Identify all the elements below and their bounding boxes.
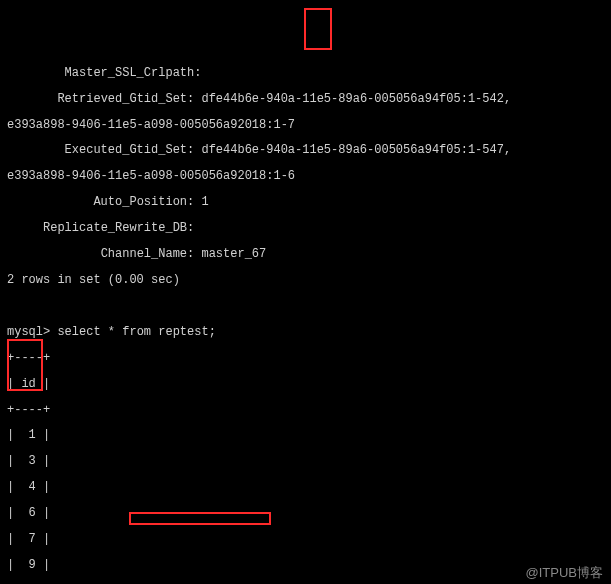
table-row: | 6 | <box>7 507 611 520</box>
status-line: e393a898-9406-11e5-a098-005056a92018:1-6 <box>7 170 611 183</box>
table-border: +----+ <box>7 404 611 417</box>
status-line: Retrieved_Gtid_Set: dfe44b6e-940a-11e5-8… <box>7 93 611 106</box>
table-border: +----+ <box>7 352 611 365</box>
status-line: Master_SSL_Crlpath: <box>7 67 611 80</box>
table-row: | 3 | <box>7 455 611 468</box>
table-row: | 9 | <box>7 559 611 572</box>
table-header: | id | <box>7 378 611 391</box>
status-line: Executed_Gtid_Set: dfe44b6e-940a-11e5-89… <box>7 144 611 157</box>
status-line: Channel_Name: master_67 <box>7 248 611 261</box>
result-line: 2 rows in set (0.00 sec) <box>7 274 611 287</box>
highlight-box <box>304 8 332 50</box>
table-row: | 1 | <box>7 429 611 442</box>
status-line: Auto_Position: 1 <box>7 196 611 209</box>
status-line: Replicate_Rewrite_DB: <box>7 222 611 235</box>
table-row: | 4 | <box>7 481 611 494</box>
sql-query: mysql> select * from reptest; <box>7 326 611 339</box>
status-line: e393a898-9406-11e5-a098-005056a92018:1-7 <box>7 119 611 132</box>
table-row: | 7 | <box>7 533 611 546</box>
watermark: @ITPUB博客 <box>526 566 603 580</box>
terminal-output: Master_SSL_Crlpath: Retrieved_Gtid_Set: … <box>7 54 611 584</box>
